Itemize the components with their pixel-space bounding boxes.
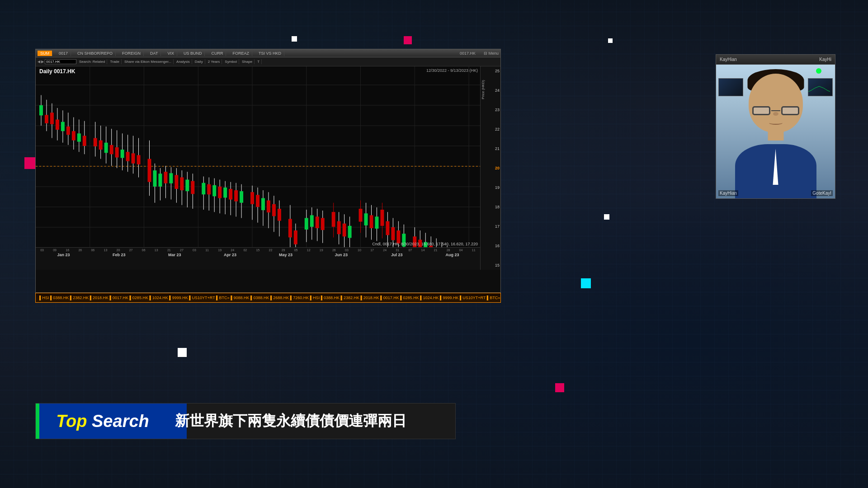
svg-rect-31 [72,131,75,140]
chart-title: Daily 0017.HK [39,68,75,75]
svg-rect-129 [380,210,384,226]
chart-window-label: 0017.HK [460,51,476,56]
chart-tab-tsi[interactable]: TSI VS HKD [256,51,284,56]
svg-rect-109 [316,216,319,228]
toolbar-share[interactable]: Share via Eikon Messenger... [123,59,174,64]
svg-rect-123 [364,213,368,225]
svg-rect-97 [272,204,276,216]
person-mouth [769,121,783,125]
svg-rect-73 [202,183,205,195]
svg-rect-79 [218,187,222,198]
svg-rect-33 [77,133,81,141]
chart-tab-vix[interactable]: VIX [165,51,177,56]
price-21: 21 [481,146,500,151]
month-feb: Feb 23 [91,253,147,257]
chart-tab-curr[interactable]: CURR [208,51,226,56]
svg-rect-133 [391,227,395,240]
decorative-dot-white-bottom [178,348,187,357]
svg-rect-21 [45,115,48,123]
price-16: 16 [481,244,500,248]
chart-tab-dat[interactable]: DAT [147,51,161,56]
chart-toolbar: ◀ ▶ Search: Related Trade Share via Eiko… [36,57,500,66]
toolbar-search[interactable]: Search: Related [77,59,107,64]
svg-rect-51 [132,153,135,164]
svg-rect-41 [104,143,108,153]
decorative-dot-pink-left [24,157,36,169]
cam-thumb-right-content [808,79,832,96]
svg-rect-125 [369,215,373,228]
chart-date-range: 12/30/2022 - 9/13/2023 (HK) [426,68,478,73]
x-date-numbers: 03 09 16 26 06 13 20 27 06 13 21 27 03 1… [36,248,480,252]
svg-rect-75 [207,184,211,195]
bottom-banner: Top Search 新世界旗下兩隻永續債債價連彈兩日 [35,403,456,439]
toolbar-analysis[interactable]: Analysis [175,59,192,64]
toolbar-t[interactable]: T [255,59,262,64]
camera-title: KayHian [720,57,737,62]
svg-rect-35 [83,136,86,146]
banner-news-text: 新世界旗下兩隻永續債債價連彈兩日 [166,411,455,431]
svg-rect-83 [229,189,232,200]
camera-content: KayHian GoteKayI [716,65,835,198]
toolbar-range[interactable]: 2 Years [206,59,222,64]
svg-rect-43 [110,145,113,154]
x-axis: 03 09 16 26 06 13 20 27 06 13 21 27 03 1… [36,247,480,270]
price-20: 20 [481,166,500,170]
toolbar-symbol[interactable]: Symbol [223,59,239,64]
svg-rect-89 [250,192,254,204]
svg-rect-121 [359,209,363,222]
price-17: 17 [481,224,500,229]
chart-tab-usbund[interactable]: US BUND [181,51,205,56]
svg-rect-119 [348,226,352,238]
toolbar-trade[interactable]: Trade [108,59,122,64]
chart-tab-sum[interactable]: SUM [38,51,52,56]
decorative-dot-pink-top [404,36,412,44]
chart-window: SUM 0017 CN SHIBOR/REPO FOREIGN DAT VIX … [35,49,501,293]
svg-rect-39 [99,141,103,150]
month-jul: Jul 23 [369,253,425,257]
toolbar-period[interactable]: Daily [193,59,205,64]
ticker-bar: ▌HSI ▌0388.HK ▌2382.HK ▌2018.HK ▌0017.HK… [35,293,501,303]
svg-rect-61 [164,172,167,183]
banner-green-bar [36,404,39,439]
toolbar-shape[interactable]: Shape [240,59,255,64]
svg-rect-117 [343,224,346,237]
nav-back-icon[interactable]: ◀ [38,60,40,64]
candlestick-chart [36,66,480,270]
svg-rect-103 [294,230,297,244]
cam-thumb-left [718,78,743,96]
svg-rect-63 [169,173,173,183]
cam-thumb-chart [808,79,832,96]
month-apr: Apr 23 [203,253,258,257]
svg-rect-19 [39,105,43,116]
svg-rect-105 [305,218,308,230]
chart-menu-icon[interactable]: ⊟ Menu [484,51,499,56]
month-jun: Jun 23 [313,253,369,257]
nav-forward-icon[interactable]: ▶ [41,60,44,64]
svg-rect-113 [332,212,335,227]
svg-rect-87 [240,191,243,203]
svg-rect-37 [94,138,97,146]
decorative-dot-white-top [292,36,297,42]
chart-tab-foreign[interactable]: FOREIGN [119,51,144,56]
shirt-detail [771,149,780,185]
chart-tab-0017[interactable]: 0017 [56,51,71,56]
chart-tab-foreaz[interactable]: FOREAZ [230,51,252,56]
banner-search-text: Search [92,412,149,431]
chart-tab-shibor[interactable]: CN SHIBOR/REPO [75,51,116,56]
ticker-text: ▌HSI ▌0388.HK ▌2382.HK ▌2018.HK ▌0017.HK… [36,296,501,300]
cam-label-bottom-right: GoteKayI [811,190,833,196]
cam-label-bottom-left: KayHian [718,190,738,196]
price-22: 22 [481,127,500,131]
svg-rect-81 [223,188,227,198]
camera-window: KayHian KayHi [716,54,835,199]
symbol-input[interactable] [45,59,76,64]
price-25: 25 [481,69,500,73]
svg-rect-59 [158,174,162,187]
svg-rect-77 [212,185,216,197]
svg-rect-47 [121,150,124,158]
price-18: 18 [481,205,500,209]
svg-rect-101 [288,219,292,238]
person-body [735,144,816,198]
svg-rect-57 [153,170,156,187]
camera-title-right: KayHi [819,57,831,62]
